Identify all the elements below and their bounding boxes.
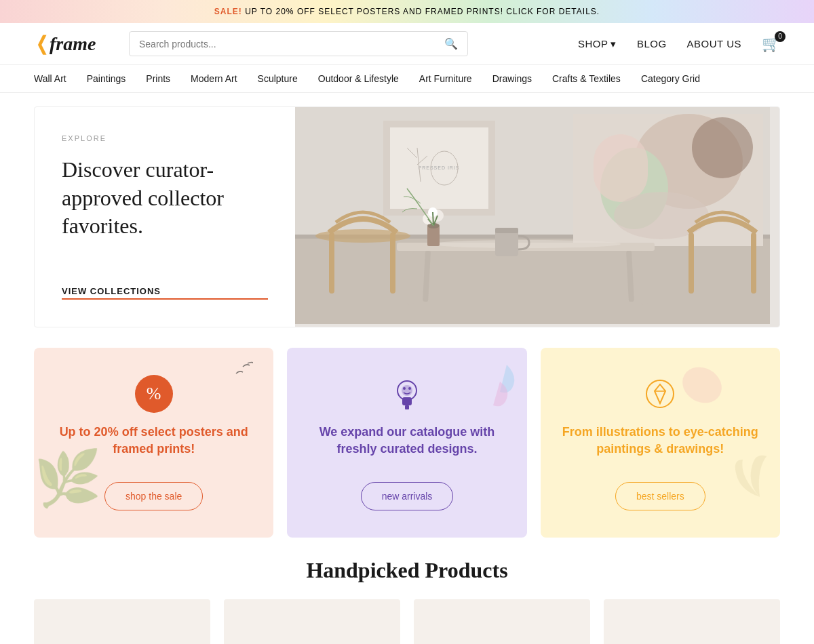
hero-scene-svg: PRESSED IRIS — [295, 107, 770, 324]
cart-button[interactable]: 🛒 0 — [762, 35, 780, 53]
sale-percent-icon: % — [135, 375, 173, 413]
hero-section: EXPLORE Discover curator-approved collec… — [34, 106, 780, 327]
promo-section: 🌿 % Up to 20% off select posters and fra… — [34, 348, 780, 538]
cart-badge: 0 — [775, 31, 786, 42]
hero-text-area: EXPLORE Discover curator-approved collec… — [35, 107, 295, 327]
svg-point-14 — [692, 117, 753, 178]
promo-new-title: We expand our catalogue with freshly cur… — [307, 424, 506, 458]
hero-image: PRESSED IRIS — [295, 107, 779, 327]
nav-blog[interactable]: BLOG — [637, 38, 667, 49]
nav-shop[interactable]: SHOP ▾ — [578, 38, 617, 50]
search-bar: 🔍 — [129, 31, 468, 56]
svg-point-42 — [408, 387, 411, 390]
search-input[interactable] — [139, 39, 444, 49]
svg-rect-36 — [751, 233, 756, 294]
cat-category-grid[interactable]: Category Grid — [641, 73, 700, 84]
catalogue-icon — [388, 375, 426, 413]
nav-about[interactable]: ABOUT US — [687, 38, 741, 49]
svg-rect-35 — [689, 233, 694, 294]
product-card-1[interactable] — [34, 599, 210, 644]
category-nav: Wall Art Paintings Prints Modern Art Scu… — [0, 65, 814, 93]
paint-decoration — [466, 361, 520, 416]
hero-explore-label: EXPLORE — [62, 134, 268, 142]
hero-headline: Discover curator-approved collector favo… — [62, 156, 268, 241]
logo[interactable]: ❬frame — [34, 33, 115, 55]
header-nav: SHOP ▾ BLOG ABOUT US 🛒 0 — [578, 35, 780, 53]
new-arrivals-button[interactable]: new arrivals — [361, 482, 454, 510]
svg-rect-39 — [402, 397, 412, 405]
search-button[interactable]: 🔍 — [444, 37, 458, 50]
birds-decoration — [212, 361, 253, 392]
svg-rect-40 — [405, 405, 409, 409]
cat-paintings[interactable]: Paintings — [87, 73, 126, 84]
promo-card-sale: 🌿 % Up to 20% off select posters and fra… — [34, 348, 273, 538]
shop-sale-button[interactable]: shop the sale — [104, 482, 203, 510]
promo-card-new-arrivals: We expand our catalogue with freshly cur… — [287, 348, 526, 538]
handpicked-section: Handpicked Products — [34, 558, 780, 644]
announcement-sale-label: SALE! — [214, 7, 242, 16]
svg-marker-45 — [655, 384, 665, 403]
cat-art-furniture[interactable]: Art Furniture — [419, 73, 472, 84]
cat-outdoor[interactable]: Outdoor & Lifestyle — [318, 73, 399, 84]
promo-card-best-sellers: From illustrations to eye-catching paint… — [541, 348, 780, 538]
leaf-decoration: 🌿 — [34, 447, 102, 510]
cat-wall-art[interactable]: Wall Art — [34, 73, 66, 84]
best-sellers-button[interactable]: best sellers — [615, 482, 705, 510]
header: ❬frame 🔍 SHOP ▾ BLOG ABOUT US 🛒 0 — [0, 23, 814, 65]
announcement-bar[interactable]: SALE! UP TO 20% OFF SELECT POSTERS AND F… — [0, 0, 814, 23]
svg-point-43 — [678, 361, 726, 409]
chevron-down-icon: ▾ — [610, 38, 617, 50]
diamond-icon — [641, 375, 679, 413]
hero-cta-button[interactable]: VIEW COLLECTIONS — [62, 286, 268, 300]
cat-prints[interactable]: Prints — [146, 73, 170, 84]
svg-line-32 — [433, 212, 433, 226]
svg-point-15 — [614, 192, 709, 239]
svg-rect-18 — [390, 233, 395, 294]
svg-text:PRESSED IRIS: PRESSED IRIS — [419, 165, 460, 170]
svg-rect-13 — [594, 134, 648, 202]
handpicked-title: Handpicked Products — [34, 558, 780, 583]
product-card-4[interactable] — [604, 599, 780, 644]
svg-rect-21 — [641, 251, 648, 305]
svg-rect-25 — [427, 226, 440, 246]
product-card-3[interactable] — [414, 599, 590, 644]
cat-drawings[interactable]: Drawings — [492, 73, 532, 84]
pink-blob — [678, 361, 726, 411]
svg-point-41 — [403, 387, 406, 390]
announcement-text: UP TO 20% OFF SELECT POSTERS AND FRAMED … — [245, 7, 600, 16]
logo-arrow: ❬ — [34, 33, 50, 54]
svg-point-24 — [431, 240, 621, 248]
cat-sculpture[interactable]: Sculpture — [258, 73, 298, 84]
product-grid — [34, 599, 780, 644]
svg-rect-17 — [329, 233, 334, 294]
product-card-2[interactable] — [224, 599, 400, 644]
logo-text: frame — [50, 33, 96, 54]
svg-rect-34 — [495, 228, 518, 233]
cat-modern-art[interactable]: Modern Art — [191, 73, 237, 84]
svg-rect-20 — [407, 251, 414, 305]
cat-crafts[interactable]: Crafts & Textiles — [552, 73, 621, 84]
